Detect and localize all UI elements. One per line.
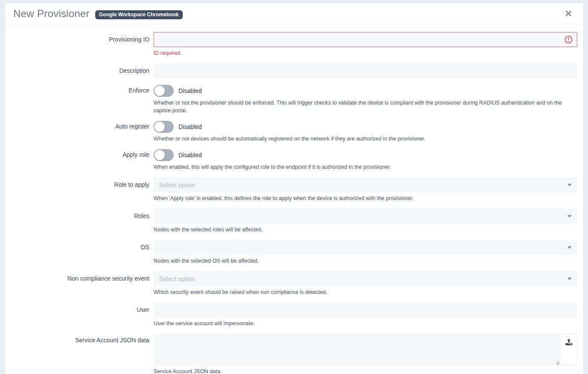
- apply-role-toggle[interactable]: [154, 149, 174, 161]
- form-group-user: User User the service account will imper…: [9, 302, 577, 327]
- auto-register-help: Whether or not devices should be automat…: [154, 135, 577, 143]
- os-select[interactable]: [154, 240, 577, 255]
- provisioner-form: Provisioning ID ID required. Description…: [5, 24, 583, 374]
- new-provisioner-card: New Provisioner Google Workspace Chromeb…: [4, 3, 584, 374]
- auto-register-toggle[interactable]: [154, 121, 174, 133]
- enforce-label: Enforce: [9, 85, 154, 95]
- auto-register-label: Auto register: [9, 121, 154, 131]
- form-group-apply-role: Apply role Disabled When enabled, this w…: [9, 149, 577, 171]
- form-group-role-to-apply: Role to apply Select option When 'Apply …: [9, 177, 577, 202]
- user-input[interactable]: [154, 302, 577, 317]
- form-group-service-account-json: Service Account JSON data Service Accoun…: [9, 334, 577, 374]
- toggle-knob: [154, 150, 165, 160]
- form-group-roles: Roles Nodes with the selected roles will…: [9, 209, 577, 233]
- close-icon: ✕: [564, 9, 572, 18]
- non-compliance-security-event-help: Which security event should be raised wh…: [154, 288, 577, 296]
- provisioner-type-badge: Google Workspace Chromebook: [95, 10, 183, 19]
- page-title: New Provisioner: [13, 8, 90, 20]
- roles-select[interactable]: [154, 209, 577, 224]
- provisioning-id-error: ID required.: [154, 49, 577, 57]
- chevron-down-icon: [567, 246, 572, 249]
- chevron-down-icon: [567, 215, 572, 218]
- form-group-os: OS Nodes with the selected OS will be af…: [9, 240, 577, 265]
- os-help: Nodes with the selected OS will be affec…: [154, 257, 577, 265]
- roles-label: Roles: [9, 209, 154, 220]
- non-compliance-security-event-label: Non compliance security event: [9, 271, 154, 283]
- upload-icon: [565, 338, 573, 346]
- form-group-provisioning-id: Provisioning ID ID required.: [9, 32, 577, 57]
- non-compliance-security-event-select[interactable]: Select option: [154, 271, 577, 286]
- card-header: New Provisioner Google Workspace Chromeb…: [5, 3, 583, 24]
- chevron-down-icon: [567, 184, 572, 186]
- enforce-state: Disabled: [178, 87, 202, 94]
- service-account-json-help: Service Account JSON data.: [154, 368, 577, 374]
- apply-role-help: When enabled, this will apply the config…: [154, 163, 577, 171]
- role-to-apply-select[interactable]: Select option: [154, 177, 577, 192]
- roles-help: Nodes with the selected roles will be af…: [154, 226, 577, 233]
- select-placeholder: Select option: [159, 275, 195, 282]
- toggle-knob: [154, 86, 165, 96]
- close-button[interactable]: ✕: [562, 7, 575, 20]
- user-help: User the service account will impersonat…: [154, 320, 577, 327]
- toggle-knob: [154, 122, 165, 132]
- auto-register-state: Disabled: [178, 123, 202, 130]
- form-group-enforce: Enforce Disabled Whether or not the prov…: [9, 85, 577, 114]
- role-to-apply-label: Role to apply: [9, 177, 154, 189]
- os-label: OS: [9, 240, 154, 251]
- select-placeholder: Select option: [159, 182, 195, 188]
- role-to-apply-help: When 'Apply role' is enabled, this defin…: [154, 194, 577, 202]
- enforce-help: Whether or not the provisioner should be…: [154, 99, 577, 114]
- provisioning-id-input[interactable]: [154, 32, 577, 47]
- chevron-down-icon: [567, 278, 572, 280]
- provisioning-id-label: Provisioning ID: [9, 32, 154, 44]
- apply-role-label: Apply role: [9, 149, 154, 159]
- form-group-non-compliance-security-event: Non compliance security event Select opt…: [9, 271, 577, 296]
- description-input[interactable]: [154, 63, 577, 78]
- description-label: Description: [9, 63, 154, 75]
- service-account-json-textarea[interactable]: [154, 334, 560, 365]
- user-label: User: [9, 302, 154, 314]
- form-group-description: Description: [9, 63, 577, 78]
- form-group-auto-register: Auto register Disabled Whether or not de…: [9, 121, 577, 143]
- service-account-json-label: Service Account JSON data: [9, 334, 154, 344]
- enforce-toggle[interactable]: [154, 85, 174, 97]
- upload-button[interactable]: [560, 334, 577, 365]
- apply-role-state: Disabled: [178, 152, 202, 159]
